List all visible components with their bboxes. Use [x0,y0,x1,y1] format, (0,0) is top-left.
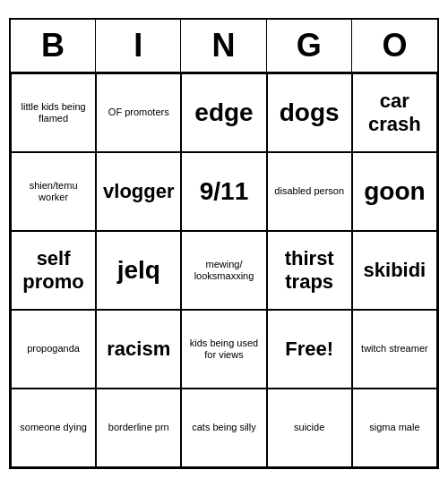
cell-text: suicide [294,422,324,433]
bingo-card: BINGO little kids being flamedOF promote… [9,18,439,469]
bingo-cell: Free! [267,310,352,389]
bingo-cell: 9/11 [181,152,266,231]
cell-text: dogs [280,98,340,128]
cell-text: self promo [15,247,91,295]
header-letter: N [181,20,266,72]
cell-text: little kids being flamed [15,101,91,124]
cell-text: OF promoters [108,107,169,118]
bingo-cell: self promo [11,231,96,310]
cell-text: 9/11 [200,176,249,207]
bingo-cell: jelq [96,231,181,310]
bingo-cell: someone dying [11,389,96,467]
bingo-cell: thirst traps [267,231,352,310]
cell-text: propoganda [27,343,80,355]
header-letter: O [352,20,437,72]
header-letter: B [11,20,96,72]
bingo-cell: edge [181,73,266,152]
bingo-header: BINGO [11,20,437,73]
bingo-cell: goon [352,152,437,231]
cell-text: shien/temu worker [15,180,91,203]
bingo-cell: borderline prn [96,389,181,467]
cell-text: mewing/ looksmaxxing [185,259,262,282]
bingo-cell: suicide [267,389,352,467]
bingo-cell: little kids being flamed [11,73,96,152]
bingo-cell: disabled person [267,152,352,231]
cell-text: cats being silly [192,422,256,433]
bingo-cell: car crash [352,73,437,152]
cell-text: racism [107,337,170,361]
cell-text: jelq [117,255,160,286]
header-letter: G [267,20,352,72]
cell-text: vlogger [103,180,174,203]
bingo-cell: sigma male [352,389,437,467]
bingo-cell: propoganda [11,310,96,389]
bingo-cell: shien/temu worker [11,152,96,231]
cell-text: goon [364,176,425,207]
header-letter: I [96,20,181,72]
cell-text: skibidi [364,259,426,282]
cell-text: twitch streamer [361,343,428,355]
cell-text: edge [194,98,253,128]
cell-text: someone dying [20,422,87,433]
cell-text: thirst traps [271,247,348,295]
bingo-cell: cats being silly [181,389,266,467]
bingo-cell: skibidi [352,231,437,310]
bingo-cell: mewing/ looksmaxxing [181,231,266,310]
bingo-grid: little kids being flamedOF promotersedge… [11,73,437,467]
bingo-cell: dogs [267,73,352,152]
cell-text: kids being used for views [185,337,262,361]
cell-text: sigma male [369,422,419,433]
bingo-cell: OF promoters [96,73,181,152]
bingo-cell: twitch streamer [352,310,437,389]
cell-text: borderline prn [108,422,169,433]
bingo-cell: kids being used for views [181,310,266,389]
bingo-cell: vlogger [96,152,181,231]
cell-text: car crash [357,90,433,137]
bingo-cell: racism [96,310,181,389]
cell-text: disabled person [274,185,344,197]
cell-text: Free! [285,337,333,361]
